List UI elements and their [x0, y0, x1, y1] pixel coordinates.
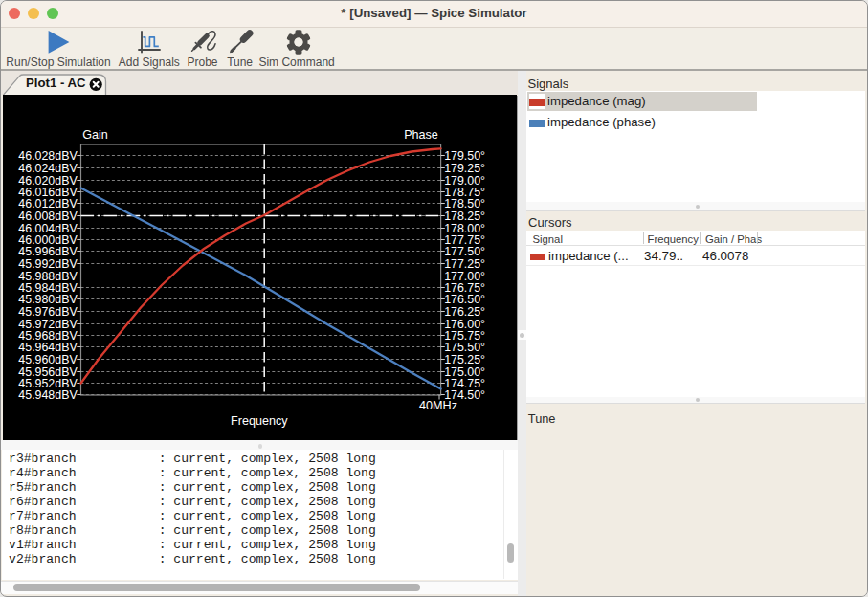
svg-text:Plot1 - AC: Plot1 - AC: [26, 76, 86, 90]
svg-text:45.948dBV: 45.948dBV: [18, 387, 78, 401]
svg-text:Phase: Phase: [404, 127, 438, 141]
svg-text:45.980dBV: 45.980dBV: [18, 292, 78, 305]
svg-text:46.008dBV: 46.008dBV: [18, 209, 78, 222]
svg-text:46.024dBV: 46.024dBV: [18, 161, 78, 174]
svg-text:45.996dBV: 45.996dBV: [18, 244, 78, 257]
svg-text:45.964dBV: 45.964dBV: [18, 340, 78, 353]
svg-text:Gain: Gain: [82, 127, 108, 141]
svg-text:40MHz: 40MHz: [419, 399, 457, 412]
svg-text:177.25°: 177.25°: [444, 256, 485, 270]
svg-text:175.25°: 175.25°: [444, 352, 485, 365]
svg-text:178.50°: 178.50°: [444, 196, 485, 210]
svg-text:46.028dBV: 46.028dBV: [18, 148, 78, 162]
svg-text:46.012dBV: 46.012dBV: [18, 196, 78, 210]
svg-text:Frequency: Frequency: [231, 413, 288, 427]
svg-text:176.25°: 176.25°: [444, 304, 485, 318]
svg-text:45.992dBV: 45.992dBV: [18, 256, 78, 270]
svg-text:179.50°: 179.50°: [444, 148, 485, 162]
svg-text:178.25°: 178.25°: [444, 209, 485, 222]
svg-text:179.25°: 179.25°: [444, 161, 485, 174]
svg-text:45.976dBV: 45.976dBV: [18, 304, 78, 318]
svg-text:175.50°: 175.50°: [444, 340, 485, 353]
svg-text:177.50°: 177.50°: [444, 244, 485, 257]
svg-text:176.50°: 176.50°: [444, 292, 485, 305]
svg-text:45.960dBV: 45.960dBV: [18, 352, 78, 365]
